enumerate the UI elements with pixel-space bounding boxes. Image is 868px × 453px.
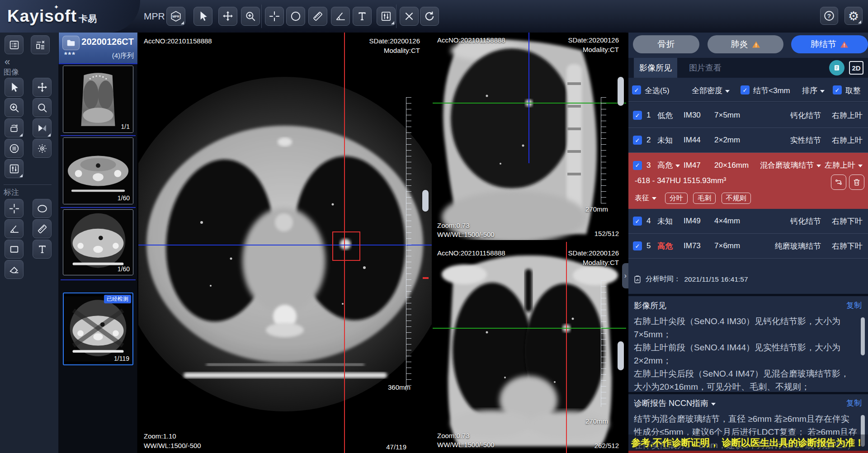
slice-scrollbar[interactable] [618,77,624,106]
small-nodule-checkbox[interactable]: ✓ [741,85,750,94]
series-thumbnail-2[interactable]: 1/60 [63,137,133,204]
trait-chip[interactable]: 毛刺 [693,193,716,204]
nodule-checkbox[interactable]: ✓ [633,241,642,250]
text-icon [356,10,368,22]
2d-view-toggle-button[interactable]: 2D [849,61,863,75]
ellipse-tool-button[interactable] [286,7,305,26]
series-thumbnail-scout[interactable]: 1/1 [63,66,133,133]
round-label[interactable]: 取整 [845,85,861,96]
close-tool-button[interactable] [400,7,419,26]
panel-collapse-handle[interactable]: › [622,263,629,288]
text-annotation-button[interactable] [33,240,52,259]
nodule-row-3-summary[interactable]: ✓ 3 高危 IM47 20×16mm 混合磨玻璃结节 左肺上叶 [628,153,868,178]
nodule-checkbox[interactable]: ✓ [633,217,642,226]
series-list-button[interactable] [5,35,24,54]
segment-edit-button[interactable] [831,175,846,190]
tab-fracture[interactable]: 骨折 [633,35,699,53]
nodule-row-4[interactable]: ✓ 4 未知 IM49 4×4mm 钙化结节 右肺下叶 [628,209,868,234]
slice-scrollbar[interactable] [422,190,429,212]
pointer-tool-button[interactable] [193,7,212,26]
collapse-strip-button[interactable]: « [5,56,10,68]
nodule-row-5[interactable]: ✓ 5 高危 IM73 7×6mm 纯磨玻璃结节 右肺下叶 [628,234,868,259]
nodule-row-2[interactable]: ✓ 2 未知 IM44 2×2mm 实性结节 右肺上叶 [628,128,868,153]
select-all-checkbox[interactable]: ✓ [632,85,641,94]
nodule-image-no: IM73 [684,241,714,250]
angle-annotation-button[interactable] [5,219,24,238]
copy-report-button[interactable]: 复制 [846,398,862,408]
delete-nodule-button[interactable] [849,175,864,190]
tab-image-findings[interactable]: 影像所见 [634,58,677,78]
series-thumbnail-3[interactable]: 1/60 [63,209,133,275]
scale-label: 270mm [585,417,608,425]
mpr-tool-button[interactable]: MPR [166,7,185,26]
nodule-type: 钙化结节 [758,216,821,226]
pan-tool-button[interactable] [33,78,52,97]
tab-image-view[interactable]: 图片查看 [682,58,729,78]
report-chat-button[interactable] [829,60,844,76]
left-tool-strip: « 图像 标注 [0,33,59,453]
nodule-checkbox[interactable]: ✓ [633,161,642,170]
crosshair-annotation-button[interactable] [5,199,24,218]
window-level-tool-button[interactable] [5,159,24,178]
settings-button[interactable]: ⚙ [844,7,863,25]
help-button[interactable]: ? [820,7,838,25]
tab-lung-nodule[interactable]: 肺结节 [791,35,868,53]
nodule-risk-dropdown[interactable]: 高危 [657,160,684,170]
eraser-annotation-button[interactable] [5,260,24,279]
ruler-icon [37,223,48,235]
angle-tool-button[interactable] [331,7,350,26]
rectangle-annotation-button[interactable] [5,240,24,259]
viewport-coronal[interactable]: AccNO:202101158888 SDate:20200126 Modali… [433,242,626,453]
open-study-button[interactable] [62,36,80,50]
layout-close-button[interactable] [31,35,50,54]
brightness-tool-button[interactable] [33,139,52,158]
chevron-right-icon: › [624,272,627,280]
ruler-tool-button[interactable] [308,7,327,26]
app-logo: Kayisoft 卡易 ✦ [0,0,140,33]
traits-dropdown[interactable]: 表征 [635,194,656,202]
analysis-time-row: 分析时间： 2021/11/15 16:41:57 [633,274,748,284]
nodule-type-dropdown[interactable]: 混合磨玻璃结节 [758,160,821,170]
viewport-axial[interactable]: AccNO:202101158888 SDate:20200126 Modali… [138,33,432,453]
window-level-icon [380,10,392,22]
slice-scrollbar[interactable] [618,341,624,370]
nodule-checkbox[interactable]: ✓ [633,136,642,145]
series-thumbnail-selected[interactable]: 已经检测 1/119 [63,293,133,365]
sort-dropdown[interactable]: 排序 [802,85,825,96]
ruler-annotation-button[interactable] [33,219,52,238]
magnifier-tool-button[interactable] [33,98,52,117]
zoom-in-tool-button[interactable] [5,98,24,117]
pointer-tool-button[interactable] [5,78,24,97]
density-filter-dropdown[interactable]: 全部密度 [692,85,730,96]
viewport-sagittal[interactable]: AccNO:202101158888 SDate:20200126 Modali… [433,33,626,240]
mpr-mode-label: MPR [144,0,165,33]
window-level-tool-button[interactable] [377,7,396,26]
chevron-down-icon [675,165,680,170]
ct-thumbnail-image [64,293,132,364]
nodule-checkbox[interactable]: ✓ [633,111,642,120]
pan-tool-button[interactable] [218,7,237,26]
reset-rotate-tool-button[interactable] [420,7,439,26]
invert-tool-button[interactable] [5,139,24,158]
check-icon: ✓ [635,218,640,225]
trait-chip[interactable]: 不规则 [722,193,751,204]
nodule-location-dropdown[interactable]: 左肺上叶 [821,160,863,170]
nodule-row-1[interactable]: ✓ 1 低危 IM30 7×5mm 钙化结节 右肺上叶 [628,103,868,128]
rotate-tool-button[interactable] [5,118,24,137]
zoom-tool-button[interactable] [241,7,260,26]
text-tool-button[interactable] [353,7,372,26]
nodule-traits-row: 表征 分叶 毛刺 不规则 [635,193,755,204]
copy-findings-button[interactable]: 复制 [846,300,862,311]
findings-scrollbar[interactable] [861,317,865,355]
small-nodule-label[interactable]: 结节<3mm [753,85,790,96]
nodule-row-3-selected[interactable]: ✓ 3 高危 IM47 20×16mm 混合磨玻璃结节 左肺上叶 -618 - … [628,153,868,209]
series-header[interactable]: 20200126CT *** (4)序列 [59,33,137,64]
select-all-label[interactable]: 全选(5) [645,85,670,96]
round-checkbox[interactable]: ✓ [833,85,842,94]
ellipse-annotation-button[interactable] [33,199,52,218]
crosshair-tool-button[interactable] [265,7,284,26]
flip-tool-button[interactable] [33,118,52,137]
trait-chip[interactable]: 分叶 [665,193,688,204]
tab-pneumonia[interactable]: 肺炎 [708,35,783,53]
nodule-roi-box[interactable] [332,231,360,261]
